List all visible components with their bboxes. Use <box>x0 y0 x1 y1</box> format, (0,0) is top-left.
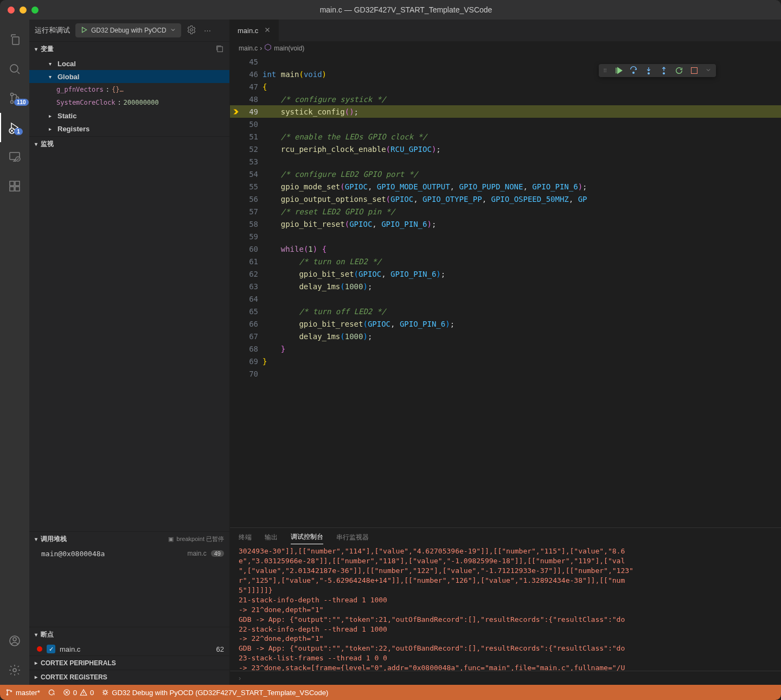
status-sync[interactable] <box>48 689 55 696</box>
code-line[interactable]: 45 <box>230 55 781 68</box>
watch-header[interactable]: ▾ 监视 <box>29 137 229 151</box>
chevron-right-icon: › <box>260 44 262 52</box>
code-line[interactable]: 58 gpio_bit_reset(GPIOC, GPIO_PIN_6); <box>230 218 781 230</box>
breakpoint-status-icon: ▣ <box>168 536 174 543</box>
svg-point-21 <box>10 691 11 692</box>
variables-title: 变量 <box>41 44 54 54</box>
code-line[interactable]: 69} <box>230 355 781 367</box>
console-line: -> 23^done,stack=[frame={level="0",addr=… <box>239 663 772 671</box>
extensions-icon[interactable] <box>0 171 29 201</box>
code-line[interactable]: 56 gpio_output_options_set(GPIOC, GPIO_O… <box>230 193 781 205</box>
extra-section-header[interactable]: ▸CORTEX REGISTERS <box>29 670 229 684</box>
execution-pointer-icon <box>232 108 243 116</box>
callstack-header[interactable]: ▾ 调用堆栈 ▣ breakpoint 已暂停 <box>29 532 229 546</box>
code-line[interactable]: 52 rcu_periph_clock_enable(RCU_GPIOC); <box>230 143 781 155</box>
code-line[interactable]: 63 delay_1ms(1000); <box>230 280 781 292</box>
panel-tab[interactable]: 调试控制台 <box>291 530 323 544</box>
gear-icon[interactable] <box>187 25 196 36</box>
status-problems[interactable]: 0 0 <box>63 689 94 697</box>
chevron-down-icon <box>170 27 176 35</box>
code-line[interactable]: 67 delay_1ms(1000); <box>230 330 781 342</box>
code-line[interactable]: 65 /* turn off LED2 */ <box>230 305 781 317</box>
code-line[interactable]: 53 <box>230 155 781 168</box>
code-line[interactable]: 48 /* configure systick */ <box>230 93 781 105</box>
run-debug-icon[interactable]: 1 <box>0 113 29 142</box>
close-icon[interactable] <box>264 26 271 35</box>
svg-rect-8 <box>10 187 14 191</box>
breakpoint-checkbox[interactable]: ✓ <box>47 645 55 653</box>
code-line[interactable]: 68 } <box>230 342 781 355</box>
sidebar-title: 运行和调试 <box>35 26 70 35</box>
breakpoints-header[interactable]: ▾ 断点 <box>29 627 229 641</box>
sidebar: 运行和调试 GD32 Debug with PyOCD ⋯ ▾ 变量 <box>29 20 230 685</box>
console-line: 21-stack-info-depth --thread 1 1000 <box>239 595 772 605</box>
code-line[interactable]: 55 gpio_mode_set(GPIOC, GPIO_MODE_OUTPUT… <box>230 180 781 193</box>
code-line[interactable]: 57 /* reset LED2 GPIO pin */ <box>230 205 781 218</box>
status-debug-target[interactable]: GD32 Debug with PyOCD (GD32F427V_START_T… <box>101 689 328 697</box>
code-line[interactable]: 70 <box>230 367 781 380</box>
chevron-down-icon: ▾ <box>35 536 37 542</box>
tab-main-c[interactable]: main.c <box>230 20 279 41</box>
console-line: 23-stack-list-frames --thread 1 0 0 <box>239 653 772 663</box>
title-bar: main.c — GD32F427V_START_Template_VSCode <box>0 0 781 20</box>
svg-point-1 <box>11 93 14 96</box>
chevron-down-icon: ▾ <box>35 632 37 638</box>
console-line: -> 22^done,depth="1" <box>239 634 772 644</box>
panel-tab[interactable]: 输出 <box>265 531 278 544</box>
code-editor[interactable]: 4546int main(void)47{48 /* configure sys… <box>230 55 781 527</box>
status-branch[interactable]: master* <box>5 689 40 697</box>
explorer-icon[interactable] <box>0 25 29 54</box>
variable-scope[interactable]: ▸ Registers <box>29 122 229 135</box>
remote-explorer-icon[interactable] <box>0 142 29 171</box>
breakpoints-panel: ▾ 断点 ✓ main.c 62▸CORTEX PERIPHERALS▸CORT… <box>29 627 229 685</box>
account-icon[interactable] <box>0 626 29 656</box>
code-line[interactable]: 54 /* configure LED2 GPIO port */ <box>230 168 781 180</box>
stack-frame[interactable]: main@0x0800048amain.c49 <box>29 547 229 560</box>
code-line[interactable]: 61 /* turn on LED2 */ <box>230 255 781 268</box>
svg-point-13 <box>13 669 16 672</box>
play-icon <box>80 26 88 35</box>
debug-console[interactable]: 302493e-30"]],[["number","114"],["value"… <box>230 546 781 671</box>
variable-item[interactable]: SystemCoreClock: 200000000 <box>29 96 229 109</box>
minimize-window-button[interactable] <box>20 7 27 14</box>
console-line: ",["value","2.01342187e-36"]],[["number"… <box>239 566 772 576</box>
variable-item[interactable]: g_pfnVectors: {}… <box>29 83 229 96</box>
breadcrumbs[interactable]: main.c › main(void) <box>230 41 781 55</box>
code-line[interactable]: 46int main(void) <box>230 68 781 80</box>
collapse-all-icon[interactable] <box>215 44 224 53</box>
code-line[interactable]: 64 <box>230 292 781 305</box>
extra-section-header[interactable]: ▸CORTEX PERIPHERALS <box>29 656 229 670</box>
callstack-panel: ▾ 调用堆栈 ▣ breakpoint 已暂停 main@0x0800048am… <box>29 531 229 627</box>
close-window-button[interactable] <box>8 7 15 14</box>
variables-header[interactable]: ▾ 变量 <box>29 42 229 56</box>
code-line[interactable]: 59 <box>230 230 781 243</box>
code-line[interactable]: 50 <box>230 118 781 130</box>
search-icon[interactable] <box>0 54 29 84</box>
variable-scope[interactable]: ▸ Static <box>29 109 229 122</box>
maximize-window-button[interactable] <box>31 7 39 14</box>
svg-point-0 <box>10 65 18 72</box>
breakpoint-item[interactable]: ✓ main.c 62 <box>29 642 229 656</box>
svg-point-14 <box>190 28 193 31</box>
code-line[interactable]: 47{ <box>230 80 781 93</box>
code-line[interactable]: 60 while(1) { <box>230 243 781 255</box>
console-line: 302493e-30"]],[["number","114"],["value"… <box>239 546 772 556</box>
debug-config-select[interactable]: GD32 Debug with PyOCD <box>75 23 181 37</box>
variable-scope[interactable]: ▾ Local <box>29 57 229 70</box>
tab-label: main.c <box>238 27 258 35</box>
source-control-icon[interactable]: 110 <box>0 84 29 113</box>
panel-tab[interactable]: 串行监视器 <box>336 531 369 544</box>
code-line[interactable]: 51 /* enable the LEDs GPIO clock */ <box>230 130 781 143</box>
code-line[interactable]: 49 systick_config(); <box>230 105 781 118</box>
variable-scope[interactable]: ▾ Global <box>29 70 229 83</box>
more-icon[interactable]: ⋯ <box>204 27 211 35</box>
window-title: main.c — GD32F427V_START_Template_VSCode <box>39 5 773 14</box>
svg-point-19 <box>7 690 8 691</box>
panel-tab[interactable]: 终端 <box>239 531 252 544</box>
settings-icon[interactable] <box>0 656 29 685</box>
repl-input[interactable]: › <box>230 671 781 685</box>
activity-bar: 110 1 <box>0 20 29 685</box>
code-line[interactable]: 62 gpio_bit_set(GPIOC, GPIO_PIN_6); <box>230 268 781 280</box>
code-line[interactable]: 66 gpio_bit_reset(GPIOC, GPIO_PIN_6); <box>230 317 781 330</box>
callstack-status: breakpoint 已暂停 <box>177 535 224 543</box>
